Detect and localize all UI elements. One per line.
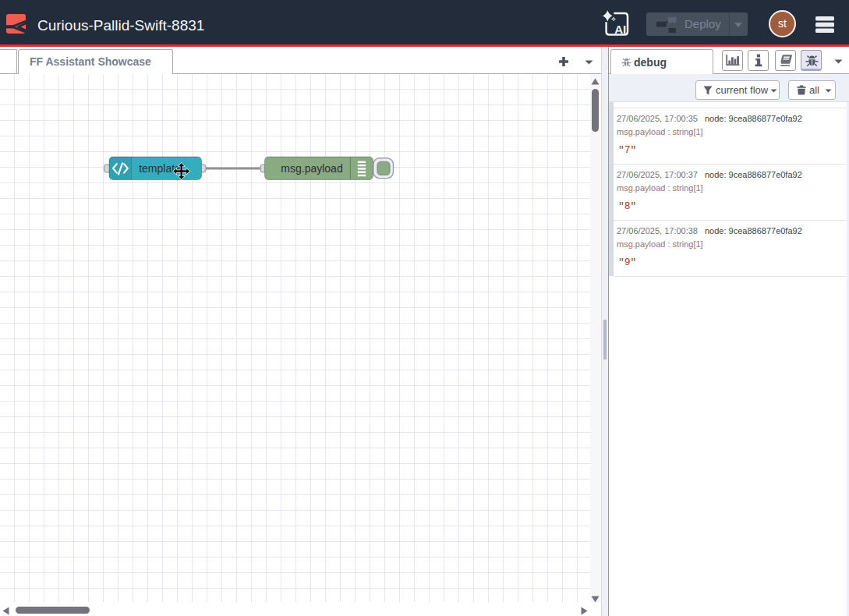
svg-text:AI: AI <box>614 23 626 36</box>
svg-text:msg.payload: msg.payload <box>281 162 342 175</box>
